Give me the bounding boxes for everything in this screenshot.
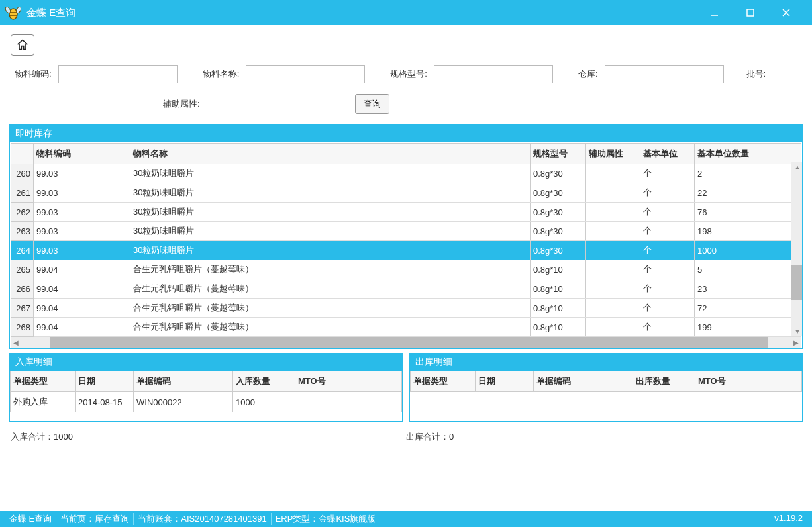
cell-code: 99.04	[34, 260, 130, 279]
out-col-code[interactable]: 单据编码	[534, 371, 633, 392]
cell-unit: 个	[640, 260, 695, 279]
cell-spec: 0.8g*30	[531, 241, 586, 260]
cell-aux	[586, 299, 640, 318]
warehouse-input[interactable]	[605, 65, 724, 83]
cell-unit: 个	[640, 241, 695, 260]
cell-qty: 23	[695, 279, 801, 299]
table-row[interactable]: 外购入库2014-08-15WIN0000221000	[11, 392, 402, 412]
cell-code: 99.03	[34, 222, 130, 241]
cell-unit: 个	[640, 183, 695, 203]
scroll-up-icon[interactable]: ▲	[794, 164, 801, 171]
out-col-mto[interactable]: MTO号	[695, 371, 802, 392]
app-title: 金蝶 E查询	[26, 7, 705, 19]
row-number: 265	[11, 260, 34, 279]
row-number: 263	[11, 222, 34, 241]
table-row[interactable]: 26599.04合生元乳钙咀嚼片（蔓越莓味）0.8g*10个5	[11, 260, 801, 279]
col-spec[interactable]: 规格型号	[531, 144, 586, 164]
cell-spec: 0.8g*10	[531, 260, 586, 279]
cell-code: 99.03	[34, 183, 130, 203]
cell-unit: 个	[640, 164, 695, 183]
col-aux[interactable]: 辅助属性	[586, 144, 640, 164]
maximize-button[interactable]	[740, 6, 760, 19]
in-col-mto[interactable]: MTO号	[295, 371, 402, 392]
row-number: 260	[11, 164, 34, 183]
titlebar: 金蝶 E查询	[0, 0, 812, 25]
inbound-table: 单据类型 日期 单据编码 入库数量 MTO号 外购入库2014-08-15WIN…	[10, 371, 402, 412]
material-code-input[interactable]	[58, 65, 178, 83]
toolbar	[0, 25, 812, 62]
cell-code: 99.04	[34, 299, 130, 318]
scroll-down-icon[interactable]: ▼	[794, 328, 801, 335]
cell-unit: 个	[640, 222, 695, 241]
table-row[interactable]: 26199.0330粒奶味咀嚼片0.8g*30个22	[11, 183, 801, 203]
home-button[interactable]	[11, 34, 34, 56]
window-controls	[705, 6, 807, 19]
out-col-date[interactable]: 日期	[476, 371, 534, 392]
col-code[interactable]: 物料编码	[34, 144, 130, 164]
cell-name: 合生元乳钙咀嚼片（蔓越莓味）	[130, 279, 531, 299]
in-col-type[interactable]: 单据类型	[11, 371, 76, 392]
horizontal-scrollbar[interactable]: ◀ ▶	[11, 337, 801, 348]
outbound-panel: 出库明细 单据类型 日期 单据编码 出库数量 MTO号	[409, 353, 803, 422]
minimize-button[interactable]	[705, 6, 725, 19]
row-number: 266	[11, 279, 34, 299]
cell-date: 2014-08-15	[76, 392, 134, 412]
cell-code: 99.04	[34, 318, 130, 337]
aux-attr-label: 辅助属性:	[163, 98, 200, 110]
cell-name: 30粒奶味咀嚼片	[130, 222, 531, 241]
table-row[interactable]: 26799.04合生元乳钙咀嚼片（蔓越莓味）0.8g*10个72	[11, 299, 801, 318]
cell-qty: 5	[695, 260, 801, 279]
spec-input[interactable]	[434, 65, 553, 83]
details-row: 入库明细 单据类型 日期 单据编码 入库数量 MTO号 外购入库2014-08-…	[0, 353, 812, 422]
cell-name: 合生元乳钙咀嚼片（蔓越莓味）	[130, 299, 531, 318]
statusbar: 金蝶 E查询 当前页：库存查询 当前账套：AIS201407281401391 …	[0, 511, 812, 527]
inbound-total: 入库合计：1000	[11, 431, 406, 443]
table-row[interactable]: 26699.04合生元乳钙咀嚼片（蔓越莓味）0.8g*10个23	[11, 279, 801, 299]
batch-label: 批号:	[746, 68, 766, 80]
aux-attr-input[interactable]	[207, 95, 332, 113]
table-row[interactable]: 26899.04合生元乳钙咀嚼片（蔓越莓味）0.8g*10个199	[11, 318, 801, 337]
out-col-type[interactable]: 单据类型	[411, 371, 476, 392]
in-col-date[interactable]: 日期	[76, 371, 134, 392]
query-button[interactable]: 查询	[355, 94, 389, 114]
spec-label: 规格型号:	[390, 68, 427, 80]
close-button[interactable]	[776, 6, 796, 19]
col-qty[interactable]: 基本单位数量	[695, 144, 801, 164]
cell-code: 99.04	[34, 279, 130, 299]
warehouse-label: 仓库:	[578, 68, 598, 80]
inventory-table: 物料编码 物料名称 规格型号 辅助属性 基本单位 基本单位数量 26099.03…	[11, 143, 801, 337]
cell-aux	[586, 241, 640, 260]
horizontal-scroll-thumb[interactable]	[50, 337, 768, 348]
out-col-qty[interactable]: 出库数量	[633, 371, 695, 392]
table-row[interactable]: 26399.0330粒奶味咀嚼片0.8g*30个198	[11, 222, 801, 241]
cell-aux	[586, 203, 640, 222]
col-unit[interactable]: 基本单位	[640, 144, 695, 164]
table-row[interactable]: 26099.0330粒奶味咀嚼片0.8g*30个2	[11, 164, 801, 183]
cell-code: 99.03	[34, 164, 130, 183]
in-col-code[interactable]: 单据编码	[134, 371, 233, 392]
table-row[interactable]: 26299.0330粒奶味咀嚼片0.8g*30个76	[11, 203, 801, 222]
row-number: 262	[11, 203, 34, 222]
cell-unit: 个	[640, 318, 695, 337]
material-name-input[interactable]	[246, 65, 365, 83]
cell-mto	[295, 392, 402, 412]
batch-input[interactable]	[15, 95, 140, 113]
inventory-table-wrapper: 物料编码 物料名称 规格型号 辅助属性 基本单位 基本单位数量 26099.03…	[10, 142, 802, 348]
vertical-scrollbar[interactable]	[791, 162, 802, 336]
scroll-right-icon[interactable]: ▶	[791, 339, 801, 346]
cell-spec: 0.8g*30	[531, 164, 586, 183]
material-code-label: 物料编码:	[15, 68, 52, 80]
in-col-qty[interactable]: 入库数量	[233, 371, 295, 392]
totals-row: 入库合计：1000 出库合计：0	[0, 422, 812, 446]
bee-icon	[5, 5, 21, 21]
cell-qty: 198	[695, 222, 801, 241]
cell-aux	[586, 318, 640, 337]
cell-name: 30粒奶味咀嚼片	[130, 203, 531, 222]
outbound-table: 单据类型 日期 单据编码 出库数量 MTO号	[410, 371, 802, 392]
cell-qty: 72	[695, 299, 801, 318]
col-name[interactable]: 物料名称	[130, 144, 531, 164]
table-row[interactable]: 26499.0330粒奶味咀嚼片0.8g*30个1000	[11, 241, 801, 260]
vertical-scroll-thumb[interactable]	[791, 265, 802, 300]
cell-spec: 0.8g*30	[531, 183, 586, 203]
scroll-left-icon[interactable]: ◀	[11, 339, 21, 346]
